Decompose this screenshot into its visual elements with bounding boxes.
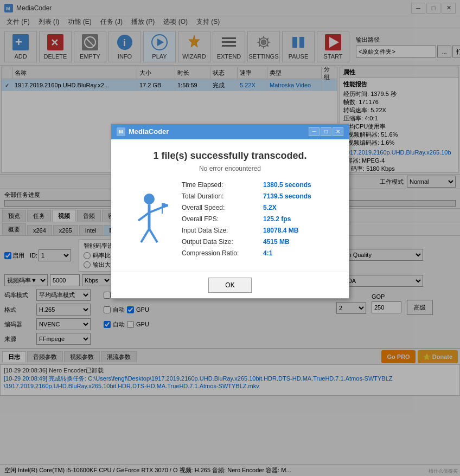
stat-value-1: 7139.5 seconds [263,192,311,200]
stat-value-3: 125.2 fps [263,215,291,223]
modal-icon: M [117,127,125,136]
stat-row-0: Time Elapsed: 1380.5 seconds [182,181,333,189]
stat-row-4: Input Data Size: 18078.4 MB [182,227,333,234]
svg-rect-29 [162,203,163,214]
stat-value-2: 5.2X [263,204,277,211]
modal-stats: Time Elapsed: 1380.5 seconds Total Durat… [182,181,333,261]
svg-line-28 [149,229,157,242]
svg-line-26 [149,207,163,213]
modal-controls: ─ □ ✕ [309,127,343,136]
svg-point-23 [144,194,155,204]
stat-row-3: Overall FPS: 125.2 fps [182,215,333,223]
stat-label-0: Time Elapsed: [182,181,263,189]
modal-body: 1 file(s) successfully transcoded. No er… [111,139,349,272]
modal-ok-button[interactable]: OK [208,278,252,293]
stat-row-2: Overall Speed: 5.2X [182,204,333,211]
stat-value-5: 4515 MB [263,238,290,246]
modal-max-btn[interactable]: □ [321,127,331,136]
stat-value-4: 18078.4 MB [263,227,298,234]
stat-label-5: Output Data Size: [182,238,263,246]
modal-content-row: Time Elapsed: 1380.5 seconds Total Durat… [127,181,333,261]
stat-row-5: Output Data Size: 4515 MB [182,238,333,246]
stat-value-6: 4:1 [263,249,272,257]
stat-row-1: Total Duration: 7139.5 seconds [182,192,333,200]
modal-footer: OK [111,272,349,298]
modal-dialog: M MediaCoder ─ □ ✕ 1 file(s) successfull… [111,124,349,299]
modal-success-text: 1 file(s) successfully transcoded. [127,150,333,162]
stat-row-6: Compression Ratio: 4:1 [182,249,333,257]
stat-label-2: Overall Speed: [182,204,263,211]
modal-figure [127,181,171,261]
modal-close-btn[interactable]: ✕ [333,127,343,136]
modal-title-text: MediaCoder [129,127,169,136]
stat-label-6: Compression Ratio: [182,249,263,257]
modal-overlay: M MediaCoder ─ □ ✕ 1 file(s) successfull… [0,0,460,476]
svg-marker-30 [163,203,168,208]
stat-value-0: 1380.5 seconds [263,181,311,189]
modal-title-bar: M MediaCoder ─ □ ✕ [111,124,349,139]
success-figure [130,191,168,250]
modal-min-btn[interactable]: ─ [309,127,320,136]
modal-sub-text: No error encountered [127,165,333,172]
svg-line-27 [141,229,149,242]
stat-label-1: Total Duration: [182,192,263,200]
svg-line-25 [138,213,149,221]
stat-label-4: Input Data Size: [182,227,263,234]
stat-label-3: Overall FPS: [182,215,263,223]
